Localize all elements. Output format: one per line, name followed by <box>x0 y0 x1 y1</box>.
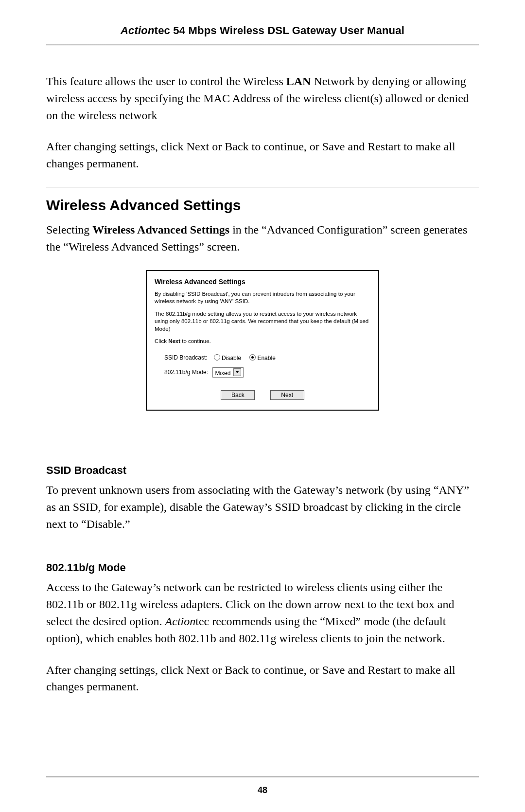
mode-label: 802.11b/g Mode: <box>164 369 208 376</box>
brand-italic: Action <box>121 24 155 36</box>
text: Selecting <box>46 223 92 236</box>
footer-divider <box>46 776 479 778</box>
ssid-broadcast-row: SSID Broadcast: Disable Enable <box>164 354 370 361</box>
panel-help-3: Click Next to continue. <box>155 338 370 345</box>
text: Click <box>155 338 168 344</box>
next-button[interactable]: Next <box>270 390 304 400</box>
text-bold: Wireless Advanced Settings <box>92 223 229 236</box>
panel-title: Wireless Advanced Settings <box>155 278 370 286</box>
text: b and <box>210 632 239 645</box>
panel-help-1: By disabling 'SSID Broadcast', you can p… <box>155 290 370 306</box>
ssid-disable-option[interactable]: Disable <box>214 354 241 361</box>
text-smallcaps: ANY <box>438 484 464 496</box>
back-button[interactable]: Back <box>221 390 255 400</box>
page-header: Actiontec 54 Mbps Wireless DSL Gateway U… <box>46 24 479 37</box>
text-smallcaps: 802.11 <box>179 632 210 645</box>
text-smallcaps-mac: MAC <box>203 92 230 105</box>
text-bold-lan: LAN <box>286 75 311 88</box>
subheading-ssid-broadcast: SSID Broadcast <box>46 464 479 477</box>
brand-rest: tec 54 Mbps Wireless DSL Gateway User Ma… <box>155 24 404 36</box>
mode-select-value: Mixed <box>215 370 230 377</box>
radio-icon <box>249 354 256 361</box>
mode-select[interactable]: Mixed <box>212 367 244 378</box>
wireless-advanced-settings-panel: Wireless Advanced Settings By disabling … <box>146 270 379 411</box>
text-smallcaps: SSID <box>275 501 300 513</box>
radio-label: Disable <box>222 355 241 361</box>
text: g wireless clients to join the network. <box>271 632 445 645</box>
ssid-broadcast-paragraph: To prevent unknown users from associatin… <box>46 482 479 532</box>
panel-help-2: The 802.11b/g mode setting allows you to… <box>155 310 370 333</box>
section-intro-paragraph: Selecting Wireless Advanced Settings in … <box>46 221 479 255</box>
text-smallcaps: SSID <box>73 501 98 513</box>
mode-paragraph-1: Access to the Gateway’s network can be r… <box>46 579 479 647</box>
text: This feature allows the user to control … <box>46 75 286 88</box>
subheading-mode: 802.11b/g Mode <box>46 561 479 574</box>
panel-button-row: Back Next <box>155 390 370 400</box>
radio-label: Enable <box>257 355 275 361</box>
text-smallcaps: 802.11 <box>46 598 78 611</box>
brand-italic: Action <box>165 615 196 628</box>
intro-paragraph-1: This feature allows the user to control … <box>46 73 479 124</box>
intro-paragraph-2: After changing settings, click Next or B… <box>46 138 479 172</box>
mode-row: 802.11b/g Mode: Mixed <box>164 367 370 378</box>
text-smallcaps: 802.11 <box>239 632 270 645</box>
section-divider <box>46 187 479 187</box>
header-divider <box>46 44 479 46</box>
page-number: 48 <box>0 785 525 795</box>
ssid-enable-option[interactable]: Enable <box>249 354 275 361</box>
ssid-broadcast-label: SSID Broadcast: <box>164 354 208 361</box>
text: , for example), disable the Gateway’s <box>98 501 275 513</box>
text: To prevent unknown users from associatin… <box>46 484 438 496</box>
radio-icon <box>214 354 220 361</box>
mode-paragraph-2: After changing settings, click Next or B… <box>46 662 479 696</box>
text-smallcaps: 802.11 <box>99 598 131 611</box>
text: to continue. <box>180 338 211 344</box>
text: Access to the Gateway’s network can be r… <box>46 581 442 594</box>
chevron-down-icon <box>233 368 241 376</box>
text: b or <box>78 598 99 611</box>
text-bold: Next <box>168 338 180 344</box>
section-heading-wireless-advanced: Wireless Advanced Settings <box>46 197 479 214</box>
